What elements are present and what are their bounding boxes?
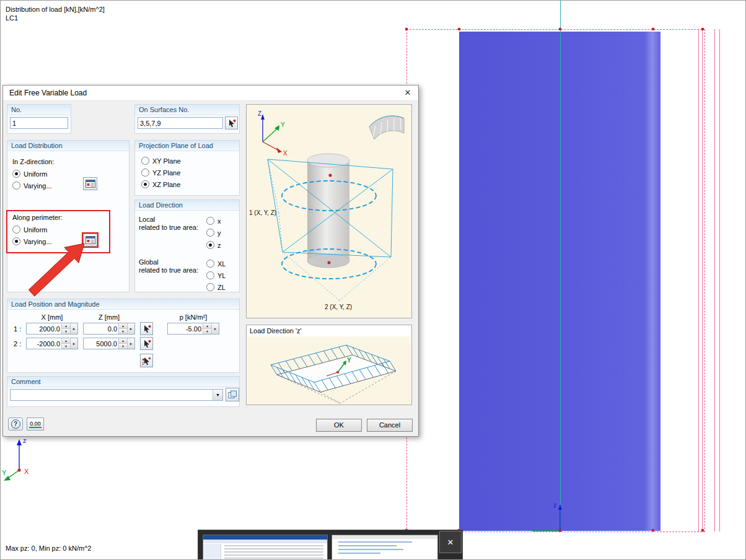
z1-input[interactable] [84,323,118,334]
spin-up-icon[interactable]: ▴ [203,323,211,329]
thumbnail-close-button[interactable]: ✕ [439,531,462,553]
radio-icon [206,217,214,225]
local-label: Local [139,216,155,223]
column-header-x: X [mm] [26,313,78,321]
column-header-p: p [kN/m²] [167,313,219,321]
z-varying-radio[interactable]: Varying... [12,182,52,190]
perimeter-varying-radio[interactable]: Varying... [12,237,52,245]
z-uniform-radio[interactable]: Uniform [12,170,48,178]
spin-down-icon[interactable]: ▾ [119,329,127,334]
comment-library-button[interactable] [226,388,239,401]
global-label: Global [139,258,159,266]
group-load-position: Load Position and Magnitude X [mm] Z [mm… [7,299,240,373]
z-varying-edit-button[interactable] [83,177,97,190]
group-load-position-title: Load Position and Magnitude [7,299,239,310]
p1-input[interactable] [168,323,203,334]
surface-edge-line [714,29,715,532]
local-x-radio[interactable]: x [206,217,221,225]
radio-icon [141,157,149,165]
xy-plane-radio[interactable]: XY Plane [141,157,181,165]
group-load-distribution: Load Distribution In Z-direction: Unifor… [7,140,129,292]
node-dot [559,28,561,30]
spin-down-icon[interactable]: ▾ [119,344,127,349]
thumbnail-titlebar [332,535,437,539]
ok-button[interactable]: OK [316,419,362,432]
x2-input[interactable] [27,338,61,349]
preview-point2-label: 2 (X, Y, Z) [325,304,352,310]
yz-plane-radio[interactable]: YZ Plane [141,168,180,177]
spin-down-icon[interactable]: ▾ [203,329,211,334]
pick-two-points-button[interactable]: 2 [140,354,153,367]
radio-icon [206,271,214,279]
window-thumbnail-2[interactable] [331,535,438,560]
z2-input[interactable] [84,338,118,349]
perimeter-uniform-radio[interactable]: Uniform [12,225,48,234]
spin-up-icon[interactable]: ▴ [62,323,70,329]
edit-dialog-icon [86,236,95,244]
spin-up-icon[interactable]: ▴ [119,323,127,329]
units-button[interactable]: 0.00 [27,418,44,431]
load-preview-graphic: Z Y X [247,105,412,318]
cancel-button[interactable]: Cancel [367,419,413,432]
spin-expand-icon[interactable]: ▸ [127,323,134,334]
xz-plane-radio[interactable]: XZ Plane [141,180,180,188]
point1-pick-button[interactable] [140,322,153,335]
group-load-direction: Load Direction Local related to true are… [134,199,240,292]
global-yl-radio[interactable]: YL [206,271,226,279]
spin-up-icon[interactable]: ▴ [119,338,127,344]
dialog-titlebar[interactable]: Edit Free Variable Load ✕ [3,85,418,101]
group-projection-title: Projection Plane of Load [135,141,239,151]
perimeter-varying-edit-button[interactable] [83,234,97,247]
radio-icon [206,241,214,249]
surfaces-pick-button[interactable] [225,116,238,129]
node-dot [701,529,704,532]
axis-y-label: Y [2,469,7,476]
group-load-direction-title: Load Direction [135,200,239,211]
spinner-arrows: ▴ ▾ [203,323,211,334]
window-thumbnail-1[interactable] [203,535,328,560]
load-number-field [10,117,68,129]
comment-input[interactable] [11,390,213,400]
radio-icon [12,170,20,178]
radio-icon [12,225,20,234]
dialog-close-button[interactable]: ✕ [397,85,418,100]
comment-dropdown-icon[interactable]: ▾ [213,390,222,400]
load-number-input[interactable] [11,118,68,128]
global-zl-radio[interactable]: ZL [206,283,226,291]
edit-free-variable-load-dialog: Edit Free Variable Load ✕ No. On Surface… [2,85,419,437]
thumbnail-toolbar [203,540,327,543]
pick-arrow-icon [227,119,236,128]
group-no: No. [7,104,71,134]
node-dot [701,28,704,30]
axis-z-label: z [23,437,27,444]
spin-expand-icon[interactable]: ▸ [70,323,77,334]
load-direction-panel: Load Direction 'z' Y [246,325,412,405]
spin-down-icon[interactable]: ▾ [62,329,70,334]
spinner-arrows: ▴ ▾ [118,338,127,349]
local-z-radio[interactable]: z [206,241,221,249]
view-title: Distribution of load [kN],[kN/m^2] [6,6,105,13]
point2-pick-button[interactable] [140,337,153,350]
view-axes: z Y X [1,433,50,483]
grid-axis-z-label: z [553,502,556,509]
node-dot [405,28,408,30]
load-direction-label: Load Direction 'z' [250,327,302,335]
spin-down-icon[interactable]: ▾ [62,344,70,349]
x1-input[interactable] [27,323,61,334]
spin-expand-icon[interactable]: ▸ [211,323,219,334]
global-xl-radio[interactable]: XL [206,260,226,268]
pick-arrow-icon [143,339,151,348]
z2-spinner: ▴ ▾ ▸ [83,338,135,349]
spinner-arrows: ▴ ▾ [118,323,127,334]
thumbnail-titlebar [203,535,327,540]
spin-expand-icon[interactable]: ▸ [127,338,134,349]
spin-up-icon[interactable]: ▴ [62,338,70,344]
node-dot [652,529,654,532]
surfaces-input[interactable] [138,118,222,128]
help-button[interactable]: ? [8,418,23,431]
local-y-radio[interactable]: y [206,229,221,237]
comment-combobox: ▾ [10,389,223,401]
group-no-title: No. [7,105,71,115]
varying-load-icon [369,116,404,139]
spin-expand-icon[interactable]: ▸ [70,338,77,349]
